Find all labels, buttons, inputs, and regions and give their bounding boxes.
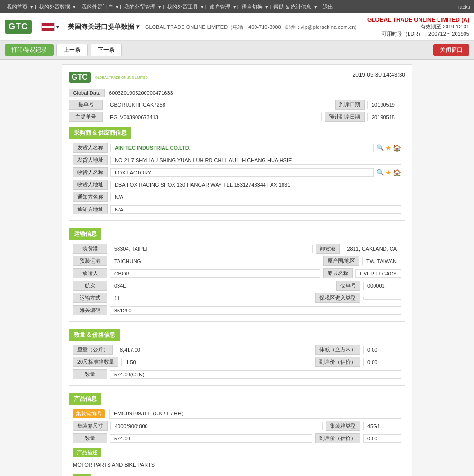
- nav-management[interactable]: 我的外贸管理: [121, 3, 158, 10]
- time-ldr: 可用时段（LDR）：200712 ~ 201905: [367, 30, 469, 37]
- transport-origin-row: 预装运港 TAICHUNG 原产国/地区 TW, TAIWAN: [73, 256, 401, 266]
- carrier-value: GBOR: [110, 269, 320, 278]
- prev-button[interactable]: 上一条: [56, 44, 88, 56]
- quantity-price-title: 数量 & 价格信息: [69, 329, 120, 341]
- pre-transport-label: 预装运港: [73, 256, 107, 266]
- quantity-value: 574.00(CTN): [110, 370, 401, 379]
- shipper-addr-label: 发货人地址: [73, 155, 108, 165]
- quantity-price-body: 重量（公斤） 8,417.00 体积（立方米） 0.00 20尺标准箱数量 1.…: [69, 341, 405, 385]
- bill-no-value: GBORUJKHHOAK7258: [106, 101, 332, 109]
- quantity-price-section: 数量 & 价格信息 重量（公斤） 8,417.00 体积（立方米） 0.00 2…: [69, 329, 405, 386]
- consignee-icons: 🔍 ★ 🏠: [376, 169, 401, 176]
- weight-volume-row: 重量（公斤） 8,417.00 体积（立方米） 0.00: [73, 345, 401, 355]
- notify-name-label: 通知方名称: [73, 192, 108, 202]
- origin-value: TW, TAIWAN: [362, 257, 401, 265]
- next-button[interactable]: 下一条: [91, 44, 122, 56]
- product-qty-label: 数量: [73, 433, 107, 443]
- volume-label: 体积（立方米）: [315, 345, 360, 355]
- buyer-supplier-section: 采购商 & 供应商信息 发货人名称 AIN TEC INDUSTRIAL CO.…: [69, 127, 405, 221]
- global-data-value: 6003201905200000471633: [105, 89, 405, 97]
- us-flag-icon: [41, 23, 55, 31]
- voyage-warehouse-row: 航次 034E 仓单号 000001: [73, 281, 401, 291]
- nav-tools[interactable]: 我的外贸工具: [164, 3, 201, 10]
- container-no-row: 集装箱编号 HMCU9109311（CN / L / HH）: [73, 409, 401, 419]
- product-body: 集装箱编号 HMCU9109311（CN / L / HH） 集装箱尺寸 400…: [69, 405, 405, 476]
- weight-value: 8,417.00: [116, 346, 312, 354]
- arrival-price-label: 到岸价（估价）: [315, 357, 360, 367]
- consignee-addr-label: 收货人地址: [73, 180, 108, 190]
- consignee-name-value: FOX FACTORY: [110, 168, 374, 177]
- shipper-name-value: AIN TEC INDUSTRIAL CO.LTD.: [110, 144, 374, 152]
- page-header: GTC ▾ 美国海关进口提单数据 ▾ GLOBAL TRADE ONLINE L…: [0, 13, 474, 41]
- product-desc-value: MOTOR PARTS AND BIKE PARTS: [73, 460, 401, 469]
- nav-trade-data[interactable]: 我的外贸数据: [36, 3, 73, 10]
- container-tag: 集装箱编号: [73, 409, 105, 418]
- consignee-home-icon[interactable]: 🏠: [393, 169, 401, 176]
- discharge-port-label: 卸货港: [316, 244, 340, 254]
- document-card: GTC GLOBAL TRADE ONLINE LIMITED 2019-05-…: [62, 64, 412, 476]
- shipping-body: 装货港 58304, TAIPEI 卸货港 2811, OAKLAND, CA …: [69, 240, 405, 321]
- vessel-value: EVER LEGACY: [356, 269, 401, 278]
- hs-code-label: 海关编码: [73, 305, 107, 315]
- main-content: GTC GLOBAL TRADE ONLINE LIMITED 2019-05-…: [0, 60, 474, 476]
- flag-label: ▾: [56, 24, 59, 30]
- marks-title: 唛头: [73, 474, 91, 476]
- transport-mode-label: 运输方式: [73, 293, 107, 303]
- container-no-value: HMCU9109311（CN / L / HH）: [109, 409, 401, 419]
- top-toolbar: 打印/导易记录 上一条 下一条 关闭窗口: [0, 41, 474, 60]
- shipper-addr-row: 发货人地址 NO 21 7 SHYLIAU SHING YUAN LUH RD …: [73, 155, 401, 165]
- top-navigation: 我的首页 ▾ | 我的外贸数据 ▾ | 我的外贸门户 ▾ | 我的外贸管理 ▾ …: [0, 0, 474, 13]
- product-qty-value: 574.00: [110, 434, 312, 443]
- shipper-star-icon[interactable]: ★: [385, 144, 392, 152]
- loading-port-value: 58304, TAIPEI: [110, 245, 313, 253]
- consignee-star-icon[interactable]: ★: [385, 169, 392, 176]
- nav-portal[interactable]: 我的外贸门户: [79, 3, 116, 10]
- doc-datetime: 2019-05-30 14:43:30: [353, 72, 405, 78]
- nav-help[interactable]: 帮助 & 统计信息: [271, 3, 314, 10]
- product-price-label: 到岸价（估价）: [315, 433, 360, 443]
- weight-label: 重量（公斤）: [73, 345, 113, 355]
- warehouse-label: 仓单号: [336, 281, 360, 291]
- product-desc-title: 产品描述: [73, 448, 101, 457]
- port-row: 装货港 58304, TAIPEI 卸货港 2811, OAKLAND, CA: [73, 244, 401, 254]
- notify-name-row: 通知方名称 N/A: [73, 192, 401, 202]
- arrival-price-value: 0.00: [363, 358, 401, 366]
- bill-no-label: 提单号: [69, 100, 103, 110]
- volume-value: 0.00: [363, 346, 401, 354]
- user-display: jack.j: [455, 4, 470, 9]
- quantity-row: 数量 574.00(CTN): [73, 369, 401, 379]
- print-button[interactable]: 打印/导易记录: [5, 44, 54, 56]
- master-bill-value: EGLV003900673413: [106, 113, 322, 121]
- shipper-search-icon[interactable]: 🔍: [376, 144, 384, 151]
- product-section: 产品信息 集装箱编号 HMCU9109311（CN / L / HH） 集装箱尺…: [69, 393, 405, 476]
- arrival-date-value: 20190519: [367, 101, 405, 109]
- bill-row: 提单号 GBORUJKHHOAK7258 到岸日期 20190519: [69, 100, 405, 110]
- global-data-label: Global Data: [69, 89, 105, 97]
- company-name-top: GLOBAL TRADE ONLINE LIMITED (A): [367, 17, 469, 23]
- shipping-title: 运输信息: [69, 228, 101, 240]
- doc-header: GTC GLOBAL TRADE ONLINE LIMITED 2019-05-…: [69, 72, 405, 83]
- container-size-type-row: 集装箱尺寸 4000*900*800 集装箱类型 45G1: [73, 421, 401, 431]
- container20-value: 1.50: [121, 358, 312, 366]
- product-title: 产品信息: [69, 393, 101, 405]
- shipping-section: 运输信息 装货港 58304, TAIPEI 卸货港 2811, OAKLAND…: [69, 228, 405, 322]
- container-type-value: 45G1: [363, 422, 401, 430]
- origin-label: 原产国/地区: [323, 256, 359, 266]
- product-price-value: 0.00: [363, 434, 401, 443]
- buyer-supplier-title: 采购商 & 供应商信息: [69, 127, 131, 139]
- notify-addr-row: 通知方地址 N/A: [73, 204, 401, 214]
- nav-language[interactable]: 语言切换: [239, 3, 265, 10]
- consignee-search-icon[interactable]: 🔍: [376, 169, 384, 176]
- shipper-home-icon[interactable]: 🏠: [393, 144, 401, 152]
- master-bill-row: 主提单号 EGLV003900673413 预计到岸日期 20190518: [69, 112, 405, 122]
- nav-account[interactable]: 账户管理: [207, 3, 233, 10]
- bonded-value: [363, 297, 401, 300]
- consignee-name-label: 收货人名称: [73, 167, 108, 177]
- nav-home[interactable]: 我的首页: [4, 3, 30, 10]
- transport-bonded-row: 运输方式 11 保税区进入类型: [73, 293, 401, 303]
- notify-addr-label: 通知方地址: [73, 204, 108, 214]
- container-type-label: 集装箱类型: [326, 421, 360, 431]
- close-button[interactable]: 关闭窗口: [433, 44, 469, 56]
- est-arrival-value: 20190518: [367, 113, 405, 121]
- nav-logout[interactable]: 退出: [320, 3, 336, 10]
